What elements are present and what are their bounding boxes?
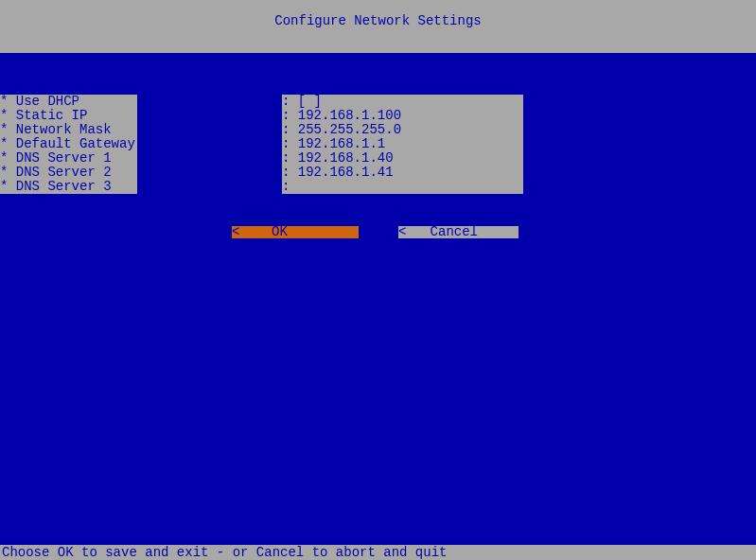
cancel-button[interactable]: < Cancel > — [398, 226, 519, 238]
titlebar: Configure Network Settings — [0, 0, 756, 53]
field-label[interactable]: * Static IP — [0, 109, 137, 123]
field-values-column: : [ ] : 192.168.1.100 : 255.255.255.0 : … — [282, 95, 523, 194]
ok-button[interactable]: < OK > — [232, 226, 359, 238]
field-label[interactable]: * DNS Server 1 — [0, 151, 137, 166]
field-label[interactable]: * Default Gateway — [0, 137, 137, 151]
dns-server-3-input[interactable]: : — [282, 180, 523, 194]
dns-server-1-input[interactable]: : 192.168.1.40 — [282, 151, 523, 166]
field-label[interactable]: * Network Mask — [0, 123, 137, 137]
field-label[interactable]: * Use DHCP — [0, 95, 137, 109]
dns-server-2-input[interactable]: : 192.168.1.41 — [282, 166, 523, 180]
field-label[interactable]: * DNS Server 2 — [0, 166, 137, 180]
status-bar: Choose OK to save and exit - or Cancel t… — [0, 545, 756, 560]
network-mask-input[interactable]: : 255.255.255.0 — [282, 123, 523, 137]
static-ip-input[interactable]: : 192.168.1.100 — [282, 109, 523, 123]
field-label[interactable]: * DNS Server 3 — [0, 180, 137, 194]
page-title: Configure Network Settings — [274, 13, 481, 28]
use-dhcp-checkbox[interactable]: : [ ] — [282, 95, 523, 109]
default-gateway-input[interactable]: : 192.168.1.1 — [282, 137, 523, 151]
field-labels-column: * Use DHCP * Static IP * Network Mask * … — [0, 95, 137, 194]
